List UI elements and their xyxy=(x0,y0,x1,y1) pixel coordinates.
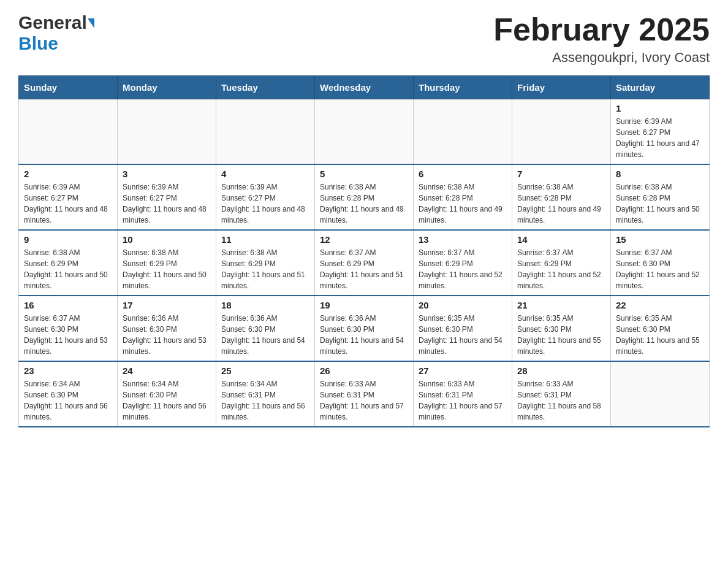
logo-arrow-icon xyxy=(88,18,94,28)
col-tuesday: Tuesday xyxy=(216,76,315,99)
calendar-cell: 26Sunrise: 6:33 AMSunset: 6:31 PMDayligh… xyxy=(315,361,414,427)
calendar-cell: 16Sunrise: 6:37 AMSunset: 6:30 PMDayligh… xyxy=(19,296,118,361)
day-info: Sunrise: 6:37 AMSunset: 6:30 PMDaylight:… xyxy=(24,313,112,357)
col-thursday: Thursday xyxy=(414,76,512,99)
day-info: Sunrise: 6:33 AMSunset: 6:31 PMDaylight:… xyxy=(320,378,408,423)
logo-general-text: General xyxy=(18,12,87,33)
calendar-cell xyxy=(414,99,512,165)
calendar-cell: 5Sunrise: 6:38 AMSunset: 6:28 PMDaylight… xyxy=(315,164,414,230)
day-number: 6 xyxy=(419,169,507,179)
title-area: February 2025 Assengoukpri, Ivory Coast xyxy=(493,12,710,66)
day-number: 23 xyxy=(24,366,112,376)
calendar-cell: 8Sunrise: 6:38 AMSunset: 6:28 PMDaylight… xyxy=(611,164,710,230)
day-number: 19 xyxy=(320,300,408,310)
calendar-cell: 28Sunrise: 6:33 AMSunset: 6:31 PMDayligh… xyxy=(512,361,611,427)
logo-blue-word: Blue xyxy=(18,33,58,53)
day-number: 8 xyxy=(616,169,704,179)
day-info: Sunrise: 6:36 AMSunset: 6:30 PMDaylight:… xyxy=(123,313,211,357)
day-info: Sunrise: 6:33 AMSunset: 6:31 PMDaylight:… xyxy=(517,378,605,423)
day-info: Sunrise: 6:33 AMSunset: 6:31 PMDaylight:… xyxy=(419,378,507,423)
calendar-header-row: Sunday Monday Tuesday Wednesday Thursday… xyxy=(19,76,710,99)
day-info: Sunrise: 6:35 AMSunset: 6:30 PMDaylight:… xyxy=(517,313,605,357)
day-number: 9 xyxy=(24,234,112,245)
col-saturday: Saturday xyxy=(611,76,710,99)
month-year-title: February 2025 xyxy=(493,12,710,47)
day-number: 16 xyxy=(24,300,112,310)
calendar-cell: 22Sunrise: 6:35 AMSunset: 6:30 PMDayligh… xyxy=(611,296,710,361)
day-info: Sunrise: 6:35 AMSunset: 6:30 PMDaylight:… xyxy=(419,313,507,357)
day-number: 17 xyxy=(123,300,211,310)
day-info: Sunrise: 6:34 AMSunset: 6:30 PMDaylight:… xyxy=(123,378,211,423)
day-number: 14 xyxy=(517,234,605,245)
day-number: 5 xyxy=(320,169,408,179)
day-number: 7 xyxy=(517,169,605,179)
calendar-cell: 6Sunrise: 6:38 AMSunset: 6:28 PMDaylight… xyxy=(414,164,512,230)
day-number: 21 xyxy=(517,300,605,310)
day-info: Sunrise: 6:37 AMSunset: 6:29 PMDaylight:… xyxy=(320,247,408,291)
col-friday: Friday xyxy=(512,76,611,99)
calendar-cell: 23Sunrise: 6:34 AMSunset: 6:30 PMDayligh… xyxy=(19,361,118,427)
calendar-week-row: 23Sunrise: 6:34 AMSunset: 6:30 PMDayligh… xyxy=(19,361,710,427)
calendar-cell: 12Sunrise: 6:37 AMSunset: 6:29 PMDayligh… xyxy=(315,230,414,296)
calendar-cell xyxy=(118,99,216,165)
logo-area: General Blue xyxy=(18,12,94,54)
day-number: 3 xyxy=(123,169,211,179)
calendar-week-row: 2Sunrise: 6:39 AMSunset: 6:27 PMDaylight… xyxy=(19,164,710,230)
calendar-cell: 4Sunrise: 6:39 AMSunset: 6:27 PMDaylight… xyxy=(216,164,315,230)
calendar-cell xyxy=(512,99,611,165)
day-number: 26 xyxy=(320,366,408,376)
day-info: Sunrise: 6:34 AMSunset: 6:31 PMDaylight:… xyxy=(221,378,309,423)
calendar-week-row: 9Sunrise: 6:38 AMSunset: 6:29 PMDaylight… xyxy=(19,230,710,296)
calendar-cell xyxy=(315,99,414,165)
day-number: 2 xyxy=(24,169,112,179)
day-number: 13 xyxy=(419,234,507,245)
calendar-cell: 27Sunrise: 6:33 AMSunset: 6:31 PMDayligh… xyxy=(414,361,512,427)
calendar-cell: 18Sunrise: 6:36 AMSunset: 6:30 PMDayligh… xyxy=(216,296,315,361)
calendar-cell: 13Sunrise: 6:37 AMSunset: 6:29 PMDayligh… xyxy=(414,230,512,296)
calendar-body: 1Sunrise: 6:39 AMSunset: 6:27 PMDaylight… xyxy=(19,99,710,427)
col-sunday: Sunday xyxy=(19,76,118,99)
day-number: 1 xyxy=(616,103,704,113)
calendar-week-row: 1Sunrise: 6:39 AMSunset: 6:27 PMDaylight… xyxy=(19,99,710,165)
day-number: 22 xyxy=(616,300,704,310)
calendar-cell xyxy=(611,361,710,427)
day-info: Sunrise: 6:36 AMSunset: 6:30 PMDaylight:… xyxy=(320,313,408,357)
calendar-cell: 15Sunrise: 6:37 AMSunset: 6:30 PMDayligh… xyxy=(611,230,710,296)
day-number: 20 xyxy=(419,300,507,310)
day-number: 18 xyxy=(221,300,309,310)
day-info: Sunrise: 6:37 AMSunset: 6:30 PMDaylight:… xyxy=(616,247,704,291)
calendar-cell: 9Sunrise: 6:38 AMSunset: 6:29 PMDaylight… xyxy=(19,230,118,296)
day-info: Sunrise: 6:39 AMSunset: 6:27 PMDaylight:… xyxy=(221,182,309,226)
day-info: Sunrise: 6:38 AMSunset: 6:29 PMDaylight:… xyxy=(123,247,211,291)
calendar-cell: 14Sunrise: 6:37 AMSunset: 6:29 PMDayligh… xyxy=(512,230,611,296)
calendar-cell: 10Sunrise: 6:38 AMSunset: 6:29 PMDayligh… xyxy=(118,230,216,296)
day-number: 15 xyxy=(616,234,704,245)
calendar-cell: 21Sunrise: 6:35 AMSunset: 6:30 PMDayligh… xyxy=(512,296,611,361)
day-info: Sunrise: 6:34 AMSunset: 6:30 PMDaylight:… xyxy=(24,378,112,423)
calendar-cell: 1Sunrise: 6:39 AMSunset: 6:27 PMDaylight… xyxy=(611,99,710,165)
day-info: Sunrise: 6:37 AMSunset: 6:29 PMDaylight:… xyxy=(419,247,507,291)
day-info: Sunrise: 6:36 AMSunset: 6:30 PMDaylight:… xyxy=(221,313,309,357)
day-number: 27 xyxy=(419,366,507,376)
day-info: Sunrise: 6:38 AMSunset: 6:28 PMDaylight:… xyxy=(616,182,704,226)
calendar-cell xyxy=(19,99,118,165)
day-number: 10 xyxy=(123,234,211,245)
day-info: Sunrise: 6:38 AMSunset: 6:29 PMDaylight:… xyxy=(24,247,112,291)
day-info: Sunrise: 6:37 AMSunset: 6:29 PMDaylight:… xyxy=(517,247,605,291)
day-number: 12 xyxy=(320,234,408,245)
calendar-cell: 11Sunrise: 6:38 AMSunset: 6:29 PMDayligh… xyxy=(216,230,315,296)
calendar-table: Sunday Monday Tuesday Wednesday Thursday… xyxy=(18,75,710,427)
calendar-cell: 24Sunrise: 6:34 AMSunset: 6:30 PMDayligh… xyxy=(118,361,216,427)
calendar-cell: 7Sunrise: 6:38 AMSunset: 6:28 PMDaylight… xyxy=(512,164,611,230)
day-number: 25 xyxy=(221,366,309,376)
day-info: Sunrise: 6:39 AMSunset: 6:27 PMDaylight:… xyxy=(616,116,704,160)
location-subtitle: Assengoukpri, Ivory Coast xyxy=(493,50,710,66)
page-header: General Blue February 2025 Assengoukpri,… xyxy=(18,12,710,66)
calendar-cell: 25Sunrise: 6:34 AMSunset: 6:31 PMDayligh… xyxy=(216,361,315,427)
day-number: 24 xyxy=(123,366,211,376)
day-info: Sunrise: 6:38 AMSunset: 6:28 PMDaylight:… xyxy=(320,182,408,226)
day-info: Sunrise: 6:38 AMSunset: 6:29 PMDaylight:… xyxy=(221,247,309,291)
day-info: Sunrise: 6:39 AMSunset: 6:27 PMDaylight:… xyxy=(123,182,211,226)
logo-blue-text: Blue xyxy=(18,33,58,54)
day-number: 28 xyxy=(517,366,605,376)
